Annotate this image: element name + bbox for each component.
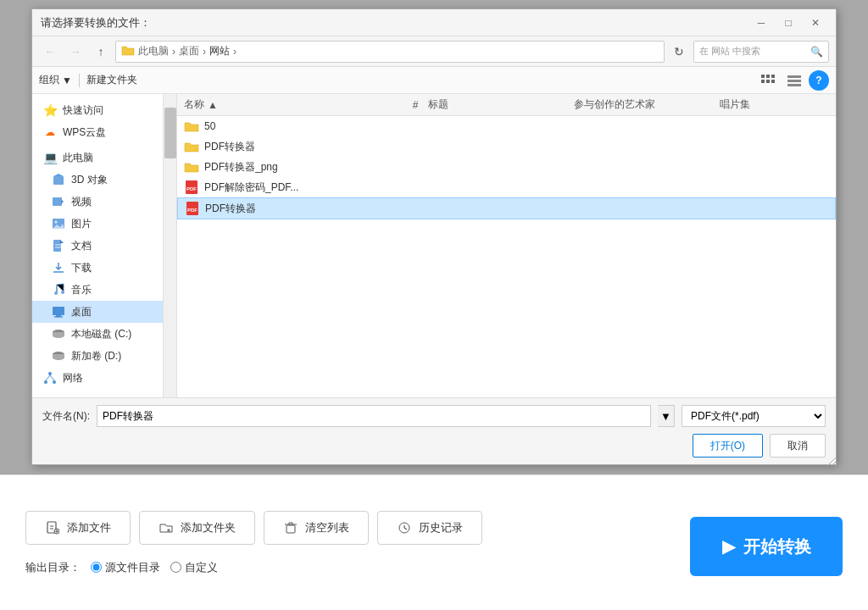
scroll-thumb[interactable] [164,108,176,158]
up-button[interactable]: ↑ [90,42,112,62]
details-view-button[interactable] [783,71,805,90]
view-controls: ? [758,70,829,91]
star-icon: ⭐ [42,103,58,118]
search-box: 在 网站 中搜索 🔍 [693,41,829,63]
breadcrumb: 此电脑 › 桌面 › 网站 › [115,41,665,63]
svg-rect-8 [287,525,295,533]
add-folder-button[interactable]: 添加文件夹 [139,511,255,545]
image-label: 图片 [71,217,92,231]
col-header-artist[interactable]: 参与创作的艺术家 [574,97,720,112]
svg-rect-18 [771,75,775,78]
sidebar-item-doc[interactable]: 文档 [32,235,163,257]
maximize-button[interactable]: □ [776,14,800,31]
svg-line-47 [46,375,50,380]
start-convert-button[interactable]: ▶ 开始转换 [690,517,843,576]
sidebar-item-download[interactable]: 下载 [32,257,163,279]
col-header-name[interactable]: 名称 ▲ [184,97,403,112]
svg-point-46 [53,380,56,384]
add-file-label: 添加文件 [67,520,111,535]
sidebar-item-this-pc[interactable]: 💻 此电脑 [32,147,163,169]
sidebar-item-quick-access[interactable]: ⭐ 快速访问 [32,99,163,121]
add-folder-icon [159,520,174,535]
pdf-icon: PDF [185,201,200,216]
drive-c-label: 本地磁盘 (C:) [71,327,131,341]
sidebar-item-image[interactable]: 图片 [32,213,163,235]
svg-line-48 [50,375,54,380]
computer-icon: 💻 [42,150,58,165]
refresh-button[interactable]: ↻ [668,42,690,62]
file-name: PDF转换器_png [204,160,278,175]
dialog-titlebar: 请选择要转换的文件： ─ □ ✕ [32,9,836,36]
sidebar-item-video[interactable]: 视频 [32,191,163,213]
svg-point-37 [54,291,58,295]
view-mode-button[interactable] [758,71,780,90]
col-header-title[interactable]: 标题 [428,97,574,112]
folder-icon [184,159,199,175]
radio-custom-label: 自定义 [185,560,218,575]
sidebar-item-desktop[interactable]: 桌面 [32,301,163,323]
svg-rect-27 [53,197,62,206]
3d-label: 3D 对象 [71,173,108,187]
sidebar-item-wps-cloud[interactable]: ☁ WPS云盘 [32,121,163,143]
sidebar-quick-access-label: 快速访问 [63,103,103,118]
action-toolbar: 组织 ▼ 新建文件夹 [32,67,836,94]
svg-text:PDF: PDF [186,186,197,191]
list-item[interactable]: PDF PDF转换器 [177,197,836,219]
filename-row: 文件名(N): ▼ PDF文件(*.pdf) [42,405,826,427]
back-button[interactable]: ← [39,42,61,62]
resize-handle[interactable] [827,456,836,464]
filename-dropdown[interactable]: ▼ [658,405,675,427]
new-folder-link[interactable]: 新建文件夹 [86,73,137,87]
help-button[interactable]: ? [809,70,829,91]
sidebar-this-pc-section: 💻 此电脑 3D 对象 视频 [32,147,163,389]
folder-icon [184,119,199,134]
dialog-title: 请选择要转换的文件： [41,15,151,30]
open-button[interactable]: 打开(O) [693,434,763,458]
music-icon [51,282,66,297]
3d-icon [51,172,66,187]
file-dialog: 请选择要转换的文件： ─ □ ✕ ← → ↑ 此电脑 › 桌面 › 网站 › [31,8,837,465]
history-button[interactable]: 历史记录 [377,511,482,545]
minimize-button[interactable]: ─ [749,14,773,31]
list-item[interactable]: PDF转换器_png [177,157,836,177]
sidebar-item-network[interactable]: 网络 [32,367,163,389]
svg-rect-19 [761,80,765,83]
video-icon [51,194,66,209]
drive-d-icon [51,348,66,363]
dialog-overlay: 请选择要转换的文件： ─ □ ✕ ← → ↑ 此电脑 › 桌面 › 网站 › [0,0,868,474]
organize-arrow-icon: ▼ [62,75,72,86]
filename-input[interactable] [97,405,651,427]
add-file-button[interactable]: 添加文件 [25,511,131,545]
radio-source-option[interactable]: 源文件目录 [91,560,160,575]
clear-list-label: 清空列表 [305,520,349,535]
search-placeholder: 在 网站 中搜索 [699,45,807,58]
col-header-hash[interactable]: # [403,99,428,111]
filetype-select[interactable]: PDF文件(*.pdf) [682,405,826,427]
music-label: 音乐 [71,283,92,297]
sidebar-item-music[interactable]: 音乐 [32,279,163,301]
video-label: 视频 [71,195,92,209]
radio-custom-option[interactable]: 自定义 [170,560,218,575]
svg-marker-28 [61,199,64,204]
sort-icon: ▲ [208,99,218,111]
history-label: 历史记录 [419,520,463,535]
drive-d-label: 新加卷 (D:) [71,349,121,363]
list-item[interactable]: PDF转换器 [177,136,836,157]
svg-rect-20 [766,80,770,83]
sidebar-wps-label: WPS云盘 [63,125,106,140]
svg-marker-33 [60,240,64,243]
radio-source-label: 源文件目录 [105,560,160,575]
forward-button[interactable]: → [64,42,86,62]
separator-1 [79,74,80,87]
sidebar-item-drive-c[interactable]: 本地磁盘 (C:) [32,323,163,345]
clear-list-button[interactable]: 清空列表 [264,511,369,545]
list-item[interactable]: PDF PDF解除密码_PDF... [177,177,836,197]
list-item[interactable]: 50 [177,116,836,136]
sidebar-item-drive-d[interactable]: 新加卷 (D:) [32,345,163,367]
organize-link[interactable]: 组织 ▼ [39,73,72,87]
close-button[interactable]: ✕ [804,14,827,31]
cancel-button[interactable]: 取消 [770,434,826,458]
sidebar-item-3d[interactable]: 3D 对象 [32,169,163,191]
col-header-album[interactable]: 唱片集 [720,97,829,112]
network-label: 网络 [63,371,83,385]
